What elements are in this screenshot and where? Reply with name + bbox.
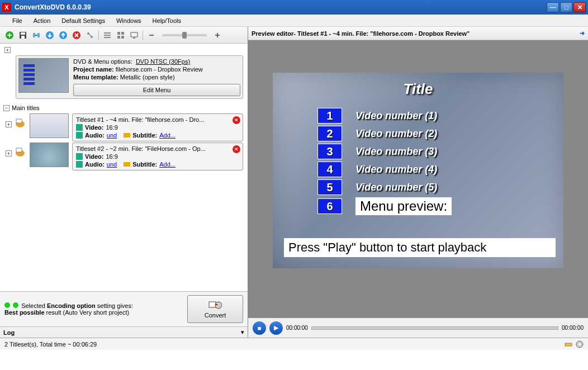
menu-windows[interactable]: Windows [111,16,147,25]
svg-rect-30 [209,302,216,307]
menu-number-4[interactable]: 4 [317,162,342,177]
preview-collapse-icon[interactable]: ➜ [580,30,585,37]
audio-icon [76,161,83,168]
down-button[interactable] [44,29,56,41]
progress-bar[interactable] [311,326,558,330]
svg-point-9 [87,32,89,35]
menu-action[interactable]: Action [28,16,56,25]
stop-button[interactable]: ■ [253,321,266,335]
svg-rect-22 [76,124,83,131]
titleset-1-video: 16:9 [106,124,117,131]
menu-default-settings[interactable]: Default Settings [56,16,111,25]
list-view-button[interactable] [101,29,113,41]
dvd-options-label: DVD & Menu options: [73,58,132,65]
log-expand-icon[interactable]: ▾ [241,329,244,336]
time-total: 00:00:00 [562,325,584,331]
playback-hint: Press "Play" button to start playback [284,238,556,257]
menu-number-5[interactable]: 5 [317,179,342,195]
close-button[interactable]: ✕ [573,2,586,12]
menu-number-6[interactable]: 6 [317,198,342,214]
maximize-button[interactable]: □ [560,2,572,12]
menu-help-tools[interactable]: Help/Tools [147,16,187,25]
convert-button[interactable]: Convert [187,295,243,323]
up-button[interactable] [57,29,69,41]
save-button[interactable] [17,29,29,41]
merge-button[interactable] [30,29,42,41]
dvd-menu-title: Title [273,80,563,98]
expand-titleset-2[interactable]: + [6,150,12,156]
encoding-text-1c: setting gives: [96,302,133,309]
menu-number-3[interactable]: 3 [317,144,342,159]
titleset-icon [14,147,26,157]
titleset-2-subtitle-add[interactable]: Add... [159,161,176,168]
titleset-2: + ✕ Titleset #2 - ~2 min. File: "FileHor… [16,143,243,170]
zoom-in-button[interactable] [211,29,224,41]
svg-rect-24 [124,133,130,137]
svg-rect-23 [76,132,83,139]
audio-label: Audio: [85,132,105,139]
encoding-row: Selected Encoding option setting gives: … [0,291,248,326]
status-light-icon [13,302,18,308]
titleset-1: + ✕ Titleset #1 - ~4 min. File: "filehor… [16,113,243,141]
titleset-1-subtitle-add[interactable]: Add... [159,132,176,139]
settings-button[interactable] [84,29,96,41]
svg-rect-19 [133,37,135,39]
menu-item-5[interactable]: Video number (5) [355,182,437,193]
main-titles-label: Main titles [12,105,40,111]
titleset-1-thumb [30,113,69,138]
screen-button[interactable] [128,29,140,41]
add-button[interactable] [3,29,16,41]
burn-icon[interactable] [576,340,584,348]
subtitle-label: Subtitle: [132,132,157,139]
menu-file[interactable]: File [7,16,28,25]
video-icon [76,153,83,160]
window-title: ConvertXtoDVD 6.0.0.39 [15,3,91,11]
expand-titleset-1[interactable]: + [6,121,12,127]
project-name-value: filehorse.com - Dropbox Review [116,66,203,73]
titlebar: X ConvertXtoDVD 6.0.0.39 — □ ✕ [0,0,588,15]
menu-number-2[interactable]: 2 [317,126,342,141]
encoding-text-1a: Selected [21,302,47,309]
menu-template-value: Metallic (open style) [120,74,175,80]
audio-label: Audio: [85,161,105,168]
status-text: 2 Titleset(s), Total time ~ 00:06:29 [4,341,97,348]
subtitle-icon [124,161,130,168]
titleset-icon [14,118,26,128]
titleset-1-audio-link[interactable]: und [107,132,117,139]
project-tree: + DVD & Menu options: DVD NTSC (30Fps) P… [0,44,248,291]
titleset-2-box[interactable]: ✕ Titleset #2 - ~2 min. File: "FileHorse… [72,143,243,170]
video-label: Video: [85,153,103,160]
dvd-format-link[interactable]: DVD NTSC (30Fps) [136,58,190,65]
svg-rect-11 [104,32,111,34]
preview-header-title: Preview editor [252,30,293,37]
svg-point-10 [91,36,93,38]
menu-item-4[interactable]: Video number (4) [355,164,437,175]
svg-rect-12 [104,35,111,36]
svg-rect-4 [33,33,35,37]
menu-item-2[interactable]: Video number (2) [355,128,437,140]
thumb-view-button[interactable] [115,29,127,41]
remove-titleset-2[interactable]: ✕ [233,145,240,153]
menu-item-3[interactable]: Video number (3) [355,146,437,158]
disc-space-icon[interactable] [565,340,572,348]
menu-item-1[interactable]: Video number (1) [355,110,437,122]
subtitle-icon [124,132,130,139]
edit-menu-button[interactable]: Edit Menu [73,84,240,96]
remove-button[interactable] [70,29,83,41]
titleset-2-audio-link[interactable]: und [107,161,117,168]
log-row: Log ▾ [0,326,248,338]
zoom-slider[interactable] [162,34,207,36]
minimize-button[interactable]: — [547,2,559,12]
dvd-options-box: DVD & Menu options: DVD NTSC (30Fps) Pro… [16,55,243,99]
svg-rect-21 [16,119,22,123]
collapse-main-titles[interactable]: − [3,105,10,111]
play-button[interactable]: ▶ [269,321,283,335]
zoom-out-button[interactable] [145,29,158,41]
convert-label: Convert [205,312,226,319]
right-panel: Preview editor - Titleset #1 - ~4 min. F… [248,27,588,338]
menu-number-1[interactable]: 1 [317,108,342,124]
titleset-1-box[interactable]: ✕ Titleset #1 - ~4 min. File: "filehorse… [72,113,243,141]
left-panel: + DVD & Menu options: DVD NTSC (30Fps) P… [0,27,248,338]
expand-dvd-options[interactable]: + [4,47,11,53]
remove-titleset-1[interactable]: ✕ [233,116,240,124]
